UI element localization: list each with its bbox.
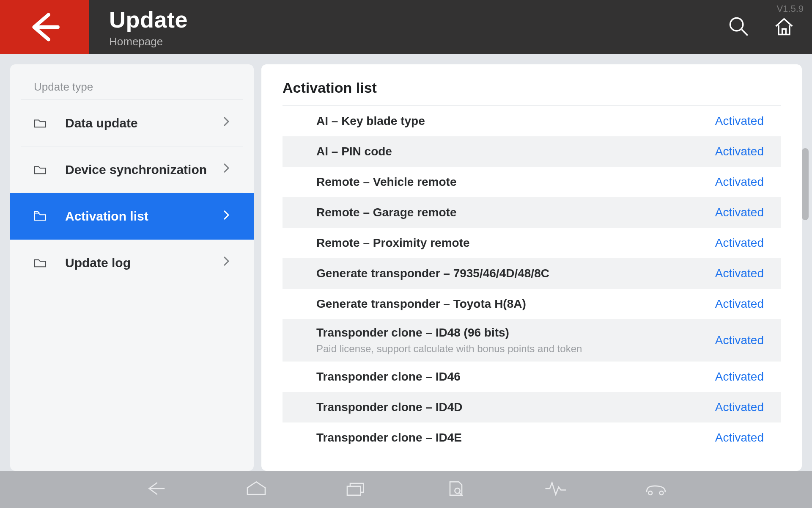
folder-icon (34, 118, 50, 129)
sidebar-item-data-update[interactable]: Data update (21, 100, 243, 146)
status-badge: Activated (715, 206, 764, 219)
nav-activity-button[interactable] (544, 479, 568, 500)
svg-rect-2 (347, 486, 361, 495)
svg-point-6 (660, 491, 664, 495)
row-title: Remote – Garage remote (316, 206, 715, 219)
folder-icon (34, 257, 50, 268)
row-title: Transponder clone – ID48 (96 bits) (316, 326, 715, 340)
nav-file-search-button[interactable] (444, 479, 468, 500)
row-title: Generate transponder – 7935/46/4D/48/8C (316, 267, 715, 280)
sidebar-item-label: Device synchronization (65, 163, 207, 177)
row-title: AI – PIN code (316, 145, 715, 158)
status-badge: Activated (715, 400, 764, 414)
row-title: Remote – Proximity remote (316, 236, 715, 250)
row-title: Transponder clone – ID46 (316, 370, 715, 384)
chevron-right-icon (222, 255, 230, 270)
bottom-nav (0, 471, 812, 508)
list-item[interactable]: Transponder clone – ID4DActivated (283, 392, 781, 422)
list-item[interactable]: Transponder clone – ID48 (96 bits)Paid l… (283, 319, 781, 362)
back-button[interactable] (0, 0, 89, 54)
sidebar: Update type Data updateDevice synchroniz… (10, 64, 254, 471)
search-button[interactable] (727, 15, 749, 39)
row-subtitle: Paid license, support calculate with bon… (316, 343, 715, 355)
status-badge: Activated (715, 431, 764, 444)
chevron-right-icon (222, 209, 230, 224)
svg-point-3 (455, 488, 460, 493)
list-item[interactable]: Generate transponder – 7935/46/4D/48/8CA… (283, 258, 781, 289)
list-item[interactable]: AI – Key blade typeActivated (283, 106, 781, 136)
windows-icon (344, 479, 368, 498)
main-panel: Activation list AI – Key blade typeActiv… (261, 64, 802, 471)
list-item[interactable]: AI – PIN codeActivated (283, 136, 781, 167)
main-title: Activation list (283, 80, 781, 96)
folder-icon (34, 164, 50, 175)
svg-point-5 (648, 491, 652, 495)
app-header: Update Homepage V1.5.9 (0, 0, 812, 54)
sidebar-item-label: Update log (65, 256, 131, 270)
header-title-block: Update Homepage (89, 0, 188, 54)
sidebar-caption: Update type (21, 75, 243, 100)
row-title: Transponder clone – ID4D (316, 400, 715, 414)
nav-vehicle-button[interactable] (644, 479, 667, 500)
car-icon (644, 479, 667, 498)
list-item[interactable]: Transponder clone – ID4EActivated (283, 422, 781, 453)
home-icon (773, 15, 795, 37)
chevron-right-icon (222, 162, 230, 177)
list-item[interactable]: Transponder clone – ID46Activated (283, 362, 781, 392)
status-badge: Activated (715, 236, 764, 250)
row-title: AI – Key blade type (316, 114, 715, 128)
home-outline-icon (244, 479, 268, 498)
status-badge: Activated (715, 297, 764, 311)
status-badge: Activated (715, 145, 764, 158)
home-button[interactable] (773, 15, 795, 39)
arrow-left-icon (28, 11, 61, 44)
search-icon (727, 15, 749, 37)
status-badge: Activated (715, 175, 764, 189)
row-title: Remote – Vehicle remote (316, 175, 715, 189)
folder-icon (34, 211, 50, 222)
row-title: Generate transponder – Toyota H(8A) (316, 297, 715, 311)
status-badge: Activated (715, 334, 764, 347)
list-item[interactable]: Remote – Vehicle remoteActivated (283, 167, 781, 197)
svg-point-0 (730, 18, 743, 31)
row-title: Transponder clone – ID4E (316, 431, 715, 444)
status-badge: Activated (715, 114, 764, 128)
file-search-icon (444, 479, 468, 498)
breadcrumb: Homepage (109, 35, 188, 48)
sidebar-item-label: Data update (65, 116, 138, 130)
activation-list: AI – Key blade typeActivatedAI – PIN cod… (283, 105, 781, 453)
nav-home-button[interactable] (244, 479, 268, 500)
scrollbar-thumb[interactable] (802, 148, 809, 220)
nav-recent-button[interactable] (344, 479, 368, 500)
sidebar-item-update-log[interactable]: Update log (21, 240, 243, 286)
list-item[interactable]: Remote – Proximity remoteActivated (283, 228, 781, 258)
activity-icon (544, 479, 568, 498)
list-item[interactable]: Generate transponder – Toyota H(8A)Activ… (283, 289, 781, 319)
status-badge: Activated (715, 267, 764, 280)
list-item[interactable]: Remote – Garage remoteActivated (283, 197, 781, 228)
version-label: V1.5.9 (776, 3, 804, 14)
nav-back-button[interactable] (145, 479, 168, 500)
sidebar-item-label: Activation list (65, 209, 148, 224)
sidebar-item-activation-list[interactable]: Activation list (10, 193, 254, 240)
status-badge: Activated (715, 370, 764, 384)
svg-line-1 (742, 30, 748, 36)
arrow-left-icon (145, 479, 168, 498)
page-title: Update (109, 6, 188, 33)
sidebar-item-device-synchronization[interactable]: Device synchronization (21, 146, 243, 193)
chevron-right-icon (222, 116, 230, 130)
